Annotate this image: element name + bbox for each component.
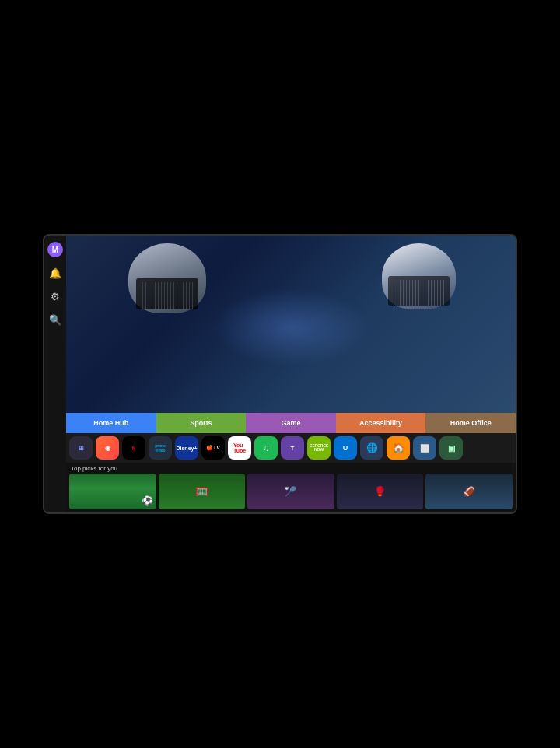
top-picks-section: Top picks for you: [66, 463, 516, 512]
bell-icon[interactable]: 🔔: [47, 265, 63, 281]
app-spotify[interactable]: ♫: [254, 436, 278, 460]
search-icon[interactable]: 🔍: [47, 312, 63, 327]
hero-background: [66, 236, 516, 413]
hero-content: [66, 236, 516, 413]
app-apps-grid[interactable]: ⊞: [69, 436, 93, 460]
app-youtube[interactable]: YouTube: [228, 436, 251, 460]
app-more[interactable]: ▣: [439, 436, 463, 460]
sidebar: M 🔔 ⚙ 🔍: [44, 236, 66, 512]
tab-home-office[interactable]: Home Office: [425, 413, 516, 433]
top-pick-badminton[interactable]: [247, 474, 334, 509]
main-content: Home Hub Sports Game Accessibility Home …: [66, 236, 516, 512]
app-prime-video[interactable]: primevideo: [149, 436, 172, 460]
app-lg-channels[interactable]: ◉: [96, 436, 119, 460]
app-web-browser[interactable]: 🌐: [360, 436, 383, 460]
top-pick-goal[interactable]: [159, 474, 246, 509]
nav-tabs: Home Hub Sports Game Accessibility Home …: [66, 413, 516, 433]
app-apple-tv[interactable]: 🍎TV: [201, 436, 225, 460]
top-pick-football[interactable]: [425, 474, 513, 509]
app-ubisoft[interactable]: U: [334, 436, 357, 460]
app-disney-plus[interactable]: Disney+: [175, 436, 198, 460]
tab-game[interactable]: Game: [246, 413, 336, 433]
app-netflix[interactable]: N: [122, 436, 145, 460]
app-smart-home[interactable]: 🏠: [387, 436, 410, 460]
tab-sports[interactable]: Sports: [156, 413, 247, 433]
app-twitch[interactable]: T: [281, 436, 304, 460]
top-pick-boxing[interactable]: [337, 474, 424, 509]
gear-icon[interactable]: ⚙: [47, 288, 63, 304]
tab-accessibility[interactable]: Accessibility: [336, 413, 426, 433]
app-screen-share[interactable]: ⬜: [413, 436, 436, 460]
profile-icon[interactable]: M: [47, 242, 63, 257]
player-right: [368, 243, 469, 337]
top-picks-label: Top picks for you: [66, 463, 516, 474]
player-left: [113, 243, 222, 344]
apps-row: ⊞ ◉ N primevideo Disney+ 🍎TV YouTube ♫: [66, 433, 516, 463]
app-geforce-now[interactable]: GEFORCENOW: [307, 436, 331, 460]
tv-screen: M 🔔 ⚙ 🔍: [43, 234, 517, 514]
helmet-right: [382, 243, 456, 309]
top-picks-row: [66, 474, 516, 512]
tab-home-hub[interactable]: Home Hub: [66, 413, 156, 433]
hero-banner: [66, 236, 516, 413]
top-pick-soccer[interactable]: [69, 474, 156, 509]
helmet-left: [128, 243, 206, 313]
